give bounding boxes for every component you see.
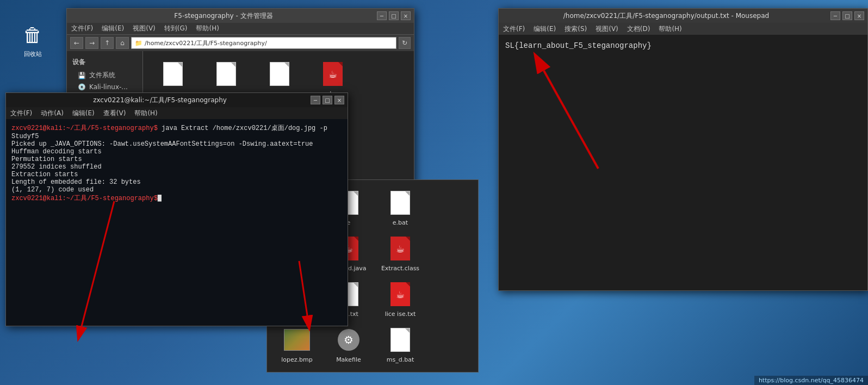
terminal-line-prompt1: zxcv0221@kali:~/工具/F5-steganography$ jav… — [11, 123, 342, 140]
file-label: Extract.class — [381, 265, 419, 272]
file-label: e.bat — [393, 219, 408, 226]
term-maximize-button[interactable]: □ — [323, 96, 332, 104]
file-label: Makefile — [336, 356, 361, 363]
term-menu-action[interactable]: 动作(A) — [41, 109, 64, 118]
terminal-output-line-7: (1, 127, 7) code used — [11, 186, 342, 194]
editor-menu-search[interactable]: 搜索(S) — [565, 24, 587, 34]
nav-icon: 📁 — [135, 40, 142, 47]
fm-menu-file[interactable]: 文件(F) — [71, 24, 93, 33]
editor-menu-view[interactable]: 视图(V) — [596, 24, 618, 34]
term-menu-help[interactable]: 帮助(H) — [134, 109, 157, 118]
editor-maximize-button[interactable]: □ — [842, 11, 852, 20]
file-manager-menubar: 文件(F) 编辑(E) 视图(V) 转到(G) 帮助(H) — [67, 23, 414, 35]
file-manager-toolbar: ← → ↑ ⌂ 📁 /home/zxcv0221/工具/F5-steganogr… — [67, 35, 414, 51]
text-editor-titlebar: /home/zxcv0221/工具/F5-steganography/outpu… — [499, 9, 867, 23]
desktop-icon-trash[interactable]: 🗑 回收站 — [11, 22, 54, 58]
trash-icon: 🗑 — [20, 22, 46, 48]
trash-label: 回收站 — [24, 50, 42, 58]
terminal-output-line-6: Length of embedded file: 32 bytes — [11, 178, 342, 186]
terminal-window: zxcv0221@kali:~/工具/F5-steganography − □ … — [5, 92, 348, 326]
file-label: lice ise.txt — [385, 311, 416, 318]
status-bar: https://blog.csdn.net/qq_45836474 — [754, 376, 868, 385]
status-url: https://blog.csdn.net/qq_45836474 — [759, 377, 864, 384]
terminal-titlebar: zxcv0221@kali:~/工具/F5-steganography − □ … — [6, 93, 348, 107]
desktop: 🗑 回收站 🦊 Firefox ESR F5-steganography - 文… — [0, 0, 868, 385]
list-item[interactable]: ms_d.bat — [376, 322, 425, 365]
text-editor-title: /home/zxcv0221/工具/F5-steganography/outpu… — [502, 11, 830, 21]
up-button[interactable]: ↑ — [101, 37, 114, 49]
file-label: lopez.bmp — [281, 356, 313, 363]
terminal-line-prompt2: zxcv0221@kali:~/工具/F5-steganography$█ — [11, 194, 342, 203]
text-editor-controls: − □ × — [830, 11, 864, 20]
file-label: ms_d.bat — [387, 356, 414, 363]
file-icon-doc3 — [266, 59, 293, 89]
text-editor-menubar: 文件(F) 编辑(E) 搜索(S) 视图(V) 文档(D) 帮助(H) — [499, 23, 867, 35]
term-minimize-button[interactable]: − — [311, 96, 320, 104]
editor-content: SL{learn_about_F5_steganography} — [505, 41, 652, 50]
terminal-prompt2: zxcv0221@kali:~/工具/F5-steganography$ — [11, 195, 158, 202]
maximize-button[interactable]: □ — [389, 11, 399, 20]
editor-menu-doc[interactable]: 文档(D) — [627, 24, 650, 34]
file-manager-titlebar: F5-steganography - 文件管理器 − □ × — [67, 9, 414, 23]
terminal-cursor: █ — [158, 195, 162, 202]
term-close-button[interactable]: × — [334, 96, 344, 104]
file-icon-doc1 — [160, 59, 186, 89]
list-item[interactable]: lopez.bmp — [272, 322, 321, 365]
terminal-prompt: zxcv0221@kali:~/工具/F5-steganography$ — [11, 125, 158, 132]
fm-menu-help[interactable]: 帮助(H) — [196, 24, 219, 33]
fm-menu-view[interactable]: 视图(V) — [133, 24, 156, 33]
text-editor-window: /home/zxcv0221/工具/F5-steganography/outpu… — [498, 8, 868, 291]
kali-disk-icon: 💿 — [78, 83, 86, 91]
editor-minimize-button[interactable]: − — [830, 11, 840, 20]
editor-menu-help[interactable]: 帮助(H) — [659, 24, 681, 34]
list-item[interactable]: ☕ Extract.class — [376, 231, 425, 274]
list-item[interactable]: ms_e.bat — [272, 368, 321, 372]
home-button[interactable]: ⌂ — [116, 37, 129, 49]
minimize-button[interactable]: − — [377, 11, 387, 20]
filesystem-icon: 💾 — [78, 72, 86, 79]
file-manager-controls: − □ × — [377, 11, 411, 20]
address-bar[interactable]: 📁 /home/zxcv0221/工具/F5-steganography/ — [131, 37, 396, 49]
file-icon-java: ☕ — [320, 59, 346, 89]
terminal-title: zxcv0221@kali:~/工具/F5-steganography — [9, 96, 311, 105]
terminal-output-line-1: Picked up _JAVA_OPTIONS: -Dawt.useSystem… — [11, 140, 342, 148]
sidebar-section-devices: 设备 — [67, 55, 142, 69]
list-item[interactable]: readme.md — [376, 368, 425, 372]
back-button[interactable]: ← — [70, 37, 83, 49]
list-item[interactable]: ⚙ Makefile — [324, 322, 373, 365]
editor-menu-edit[interactable]: 编辑(E) — [534, 24, 556, 34]
sidebar-item-kali[interactable]: 💿 Kali-linux-... — [67, 82, 142, 92]
list-item[interactable]: ☕ lice ise.txt — [376, 277, 425, 320]
term-menu-edit[interactable]: 编辑(E) — [72, 109, 95, 118]
kali-label: Kali-linux-... — [89, 83, 128, 91]
list-item[interactable]: output.txt — [324, 368, 373, 372]
terminal-output-line-5: Extraction starts — [11, 171, 342, 178]
refresh-button[interactable]: ↻ — [399, 37, 411, 49]
list-item[interactable]: e.bat — [376, 185, 425, 228]
terminal-controls: − □ × — [311, 96, 344, 104]
file-manager-title: F5-steganography - 文件管理器 — [70, 11, 377, 21]
terminal-output-line-4: 279552 indices shuffled — [11, 163, 342, 171]
address-text: /home/zxcv0221/工具/F5-steganography/ — [145, 39, 267, 47]
fm-menu-edit[interactable]: 编辑(E) — [102, 24, 124, 33]
forward-button[interactable]: → — [85, 37, 98, 49]
term-menu-view[interactable]: 查看(V) — [103, 109, 126, 118]
terminal-output-line-3: Permutation starts — [11, 156, 342, 163]
file-icon-doc2 — [213, 59, 239, 89]
fm-menu-goto[interactable]: 转到(G) — [164, 24, 188, 33]
sidebar-item-filesystem[interactable]: 💾 文件系统 — [67, 69, 142, 82]
text-editor-body[interactable]: SL{learn_about_F5_steganography} — [499, 35, 867, 290]
filesystem-label: 文件系统 — [89, 71, 115, 80]
close-button[interactable]: × — [401, 11, 411, 20]
editor-menu-file[interactable]: 文件(F) — [503, 24, 525, 34]
editor-close-button[interactable]: × — [854, 11, 864, 20]
term-menu-file[interactable]: 文件(F) — [10, 109, 32, 118]
terminal-body[interactable]: zxcv0221@kali:~/工具/F5-steganography$ jav… — [6, 119, 348, 326]
terminal-menubar: 文件(F) 动作(A) 编辑(E) 查看(V) 帮助(H) — [6, 107, 348, 119]
terminal-output-line-2: Huffman decoding starts — [11, 148, 342, 156]
